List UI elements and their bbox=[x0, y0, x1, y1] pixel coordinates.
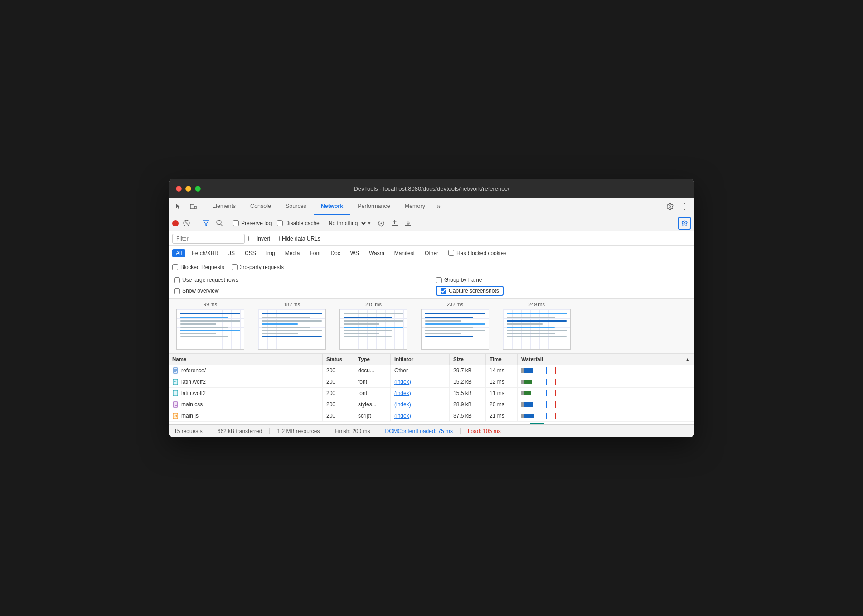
td-type-5: script bbox=[354, 410, 391, 421]
tab-console[interactable]: Console bbox=[243, 198, 278, 215]
filter-chip-css[interactable]: CSS bbox=[241, 249, 260, 257]
preserve-log-checkbox[interactable]: Preserve log bbox=[233, 220, 272, 226]
filter-chip-js[interactable]: JS bbox=[225, 249, 238, 257]
row-2-name: latin.woff2 bbox=[181, 379, 206, 385]
throttle-select[interactable]: No throttling Fast 3G Slow 3G Offline bbox=[325, 219, 367, 228]
td-type-1: docu... bbox=[354, 365, 391, 376]
svg-line-3 bbox=[185, 221, 188, 225]
cursor-icon[interactable] bbox=[172, 200, 185, 213]
initiator-link-3[interactable]: (index) bbox=[394, 390, 411, 396]
search-icon[interactable] bbox=[213, 217, 225, 229]
table-row[interactable]: T latin.woff2 200 font (index) 15.5 kB 1… bbox=[169, 388, 694, 399]
screenshot-5-thumb[interactable] bbox=[503, 309, 571, 350]
has-blocked-cookies-input[interactable] bbox=[448, 250, 454, 256]
preserve-log-input[interactable] bbox=[233, 220, 239, 226]
upload-icon[interactable] bbox=[389, 217, 401, 229]
invert-input[interactable] bbox=[248, 236, 254, 241]
screenshots-strip: 99 ms bbox=[169, 299, 694, 354]
th-initiator[interactable]: Initiator bbox=[391, 354, 450, 365]
third-party-checkbox[interactable]: 3rd-party requests bbox=[232, 264, 284, 270]
svg-line-5 bbox=[221, 224, 223, 226]
group-by-frame-checkbox[interactable]: Group by frame bbox=[436, 277, 482, 283]
tab-memory[interactable]: Memory bbox=[398, 198, 432, 215]
more-options-icon[interactable]: ⋮ bbox=[678, 200, 691, 213]
close-button[interactable] bbox=[176, 186, 182, 192]
screenshot-4[interactable]: 232 ms bbox=[419, 302, 491, 350]
screenshot-3-thumb[interactable] bbox=[339, 309, 407, 350]
th-status[interactable]: Status bbox=[323, 354, 354, 365]
record-button[interactable] bbox=[172, 220, 179, 226]
filter-chip-fetch-xhr[interactable]: Fetch/XHR bbox=[188, 249, 222, 257]
show-overview-input[interactable] bbox=[174, 288, 180, 294]
filter-chip-img[interactable]: Img bbox=[262, 249, 279, 257]
initiator-link-2[interactable]: (index) bbox=[394, 379, 411, 385]
td-type-2: font bbox=[354, 376, 391, 387]
blocked-requests-checkbox[interactable]: Blocked Requests bbox=[172, 264, 224, 270]
more-tabs-icon[interactable]: » bbox=[432, 200, 445, 213]
tab-network[interactable]: Network bbox=[314, 198, 350, 215]
clear-icon[interactable] bbox=[180, 217, 192, 229]
minimize-button[interactable] bbox=[185, 186, 191, 192]
th-waterfall[interactable]: Waterfall ▲ bbox=[518, 354, 694, 365]
filter-bar: Invert Hide data URLs bbox=[169, 231, 694, 246]
network-settings-button[interactable] bbox=[678, 217, 691, 230]
large-rows-input[interactable] bbox=[174, 277, 180, 283]
table-row[interactable]: T latin.woff2 200 font (index) 15.2 kB 1… bbox=[169, 376, 694, 388]
maximize-button[interactable] bbox=[195, 186, 201, 192]
filter-chip-media[interactable]: Media bbox=[281, 249, 304, 257]
disable-cache-checkbox[interactable]: Disable cache bbox=[277, 220, 319, 226]
td-time-2: 12 ms bbox=[486, 376, 518, 387]
screenshot-2[interactable]: 182 ms bbox=[256, 302, 328, 350]
tab-sources[interactable]: Sources bbox=[278, 198, 314, 215]
td-name-1: reference/ bbox=[169, 365, 323, 376]
group-by-frame-input[interactable] bbox=[436, 277, 442, 283]
filter-chip-other[interactable]: Other bbox=[421, 249, 442, 257]
tab-performance[interactable]: Performance bbox=[350, 198, 398, 215]
table-row[interactable]: reference/ 200 docu... Other 29.7 kB 14 … bbox=[169, 365, 694, 376]
th-size[interactable]: Size bbox=[450, 354, 486, 365]
screenshot-1[interactable]: 99 ms bbox=[174, 302, 247, 350]
invert-checkbox[interactable]: Invert bbox=[248, 236, 270, 242]
screenshot-2-thumb[interactable] bbox=[258, 309, 326, 350]
capture-screenshots-checkbox[interactable]: Capture screenshots bbox=[436, 286, 504, 296]
table-row[interactable]: JS main.js 200 script (index) 37.5 kB 21… bbox=[169, 410, 694, 422]
tab-elements[interactable]: Elements bbox=[205, 198, 243, 215]
download-icon[interactable] bbox=[402, 217, 414, 229]
filter-chip-manifest[interactable]: Manifest bbox=[391, 249, 418, 257]
filter-chip-ws[interactable]: WS bbox=[347, 249, 363, 257]
has-blocked-cookies-checkbox[interactable]: Has blocked cookies bbox=[448, 250, 506, 256]
th-name[interactable]: Name bbox=[169, 354, 323, 365]
filter-chip-wasm[interactable]: Wasm bbox=[365, 249, 388, 257]
show-overview-checkbox[interactable]: Show overview bbox=[174, 288, 219, 294]
screenshot-4-thumb[interactable] bbox=[421, 309, 489, 350]
devtools-body: Elements Console Sources Network Perform… bbox=[169, 198, 694, 437]
row-5-name: main.js bbox=[181, 413, 199, 419]
table-row[interactable]: main.css 200 styles... (index) 28.9 kB 2… bbox=[169, 399, 694, 410]
third-party-input[interactable] bbox=[232, 264, 238, 270]
initiator-link-4[interactable]: (index) bbox=[394, 401, 411, 408]
hide-data-urls-checkbox[interactable]: Hide data URLs bbox=[274, 236, 320, 242]
td-status-2: 200 bbox=[323, 376, 354, 387]
filter-chip-doc[interactable]: Doc bbox=[327, 249, 344, 257]
th-time[interactable]: Time bbox=[486, 354, 518, 365]
svg-point-4 bbox=[217, 220, 221, 225]
screenshot-3[interactable]: 215 ms bbox=[337, 302, 410, 350]
filter-chip-all[interactable]: All bbox=[172, 249, 185, 257]
capture-screenshots-input[interactable] bbox=[441, 288, 446, 294]
filter-input[interactable] bbox=[172, 234, 245, 244]
filter-icon[interactable] bbox=[200, 217, 212, 229]
screenshot-5[interactable]: 249 ms bbox=[500, 302, 573, 350]
device-toolbar-icon[interactable] bbox=[187, 200, 199, 213]
screenshot-1-thumb[interactable] bbox=[176, 309, 244, 350]
css-icon bbox=[172, 401, 179, 408]
disable-cache-input[interactable] bbox=[277, 220, 283, 226]
blocked-requests-input[interactable] bbox=[172, 264, 178, 270]
th-type[interactable]: Type bbox=[354, 354, 391, 365]
settings-gear-icon[interactable] bbox=[664, 200, 676, 213]
initiator-link-5[interactable]: (index) bbox=[394, 413, 411, 419]
td-size-1: 29.7 kB bbox=[450, 365, 486, 376]
hide-data-urls-input[interactable] bbox=[274, 236, 280, 241]
network-conditions-icon[interactable] bbox=[375, 217, 387, 229]
large-rows-checkbox[interactable]: Use large request rows bbox=[174, 277, 238, 283]
filter-chip-font[interactable]: Font bbox=[306, 249, 324, 257]
